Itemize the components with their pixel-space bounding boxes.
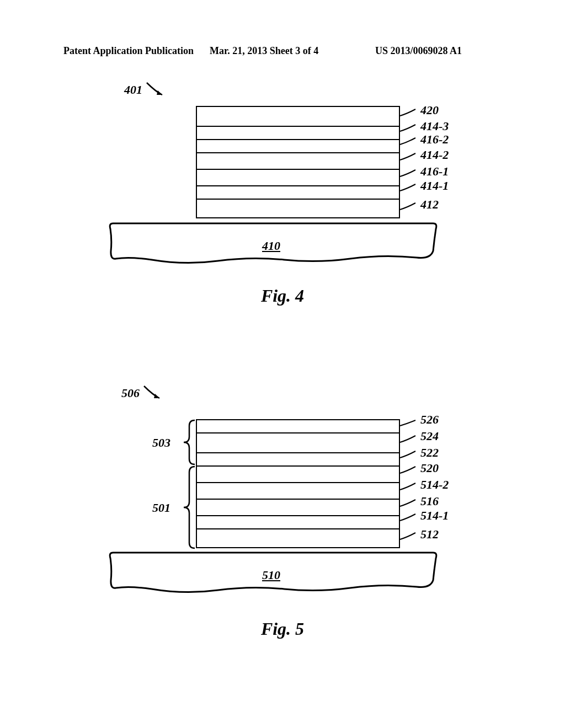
fig5-caption: Fig. 5	[0, 619, 565, 639]
fig5-layer-514-2	[196, 482, 400, 499]
arrow-icon	[143, 385, 165, 402]
fig4-layer-414-2	[196, 152, 400, 169]
label-524: 524	[420, 429, 439, 443]
label-516: 516	[420, 494, 439, 508]
fig5-braces	[179, 419, 196, 552]
ref-506-text: 506	[121, 386, 140, 400]
brace-503: 503	[152, 436, 170, 450]
figure-5: 506 503 501 510	[0, 381, 565, 689]
fig4-layer-416-1	[196, 169, 400, 185]
header-left: Patent Application Publication	[63, 45, 194, 57]
fig4-layer-412	[196, 199, 400, 218]
label-412: 412	[420, 197, 439, 212]
fig5-layer-514-1	[196, 515, 400, 528]
svg-marker-1	[154, 394, 159, 398]
label-514-1: 514-1	[420, 508, 449, 523]
svg-marker-0	[157, 90, 162, 95]
label-514-2: 514-2	[420, 478, 449, 492]
ref-401-text: 401	[124, 83, 142, 97]
fig4-substrate-label: 410	[262, 239, 280, 253]
header-right: US 2013/0069028 A1	[375, 45, 462, 57]
ref-401: 401	[124, 82, 168, 98]
label-522: 522	[420, 446, 439, 460]
fig4-layer-414-1	[196, 185, 400, 199]
fig4-layer-420	[196, 106, 400, 126]
arrow-icon	[146, 82, 168, 98]
label-416-2: 416-2	[420, 132, 449, 147]
label-414-1: 414-1	[420, 179, 449, 193]
fig4-layer-414-3	[196, 126, 400, 139]
label-520: 520	[420, 461, 439, 475]
fig5-substrate-label: 510	[262, 568, 280, 582]
fig5-layer-520	[196, 465, 400, 482]
fig5-layer-524	[196, 432, 400, 452]
figure-4: 401 410 420 414-3 416-2 414-2 416-1 414-…	[0, 77, 565, 336]
brace-501: 501	[152, 501, 170, 515]
fig5-layer-522	[196, 452, 400, 465]
fig5-layer-512	[196, 528, 400, 548]
label-414-3: 414-3	[420, 119, 449, 133]
fig4-layer-416-2	[196, 139, 400, 152]
ref-506: 506	[121, 385, 165, 402]
label-416-1: 416-1	[420, 164, 449, 179]
label-420: 420	[420, 103, 439, 117]
fig4-caption: Fig. 4	[0, 286, 565, 306]
fig5-layer-526	[196, 419, 400, 432]
fig5-stack	[196, 419, 400, 548]
header-center: Mar. 21, 2013 Sheet 3 of 4	[210, 45, 318, 57]
fig5-layer-516	[196, 499, 400, 515]
label-414-2: 414-2	[420, 148, 449, 162]
label-526: 526	[420, 413, 439, 427]
label-512: 512	[420, 527, 439, 542]
fig4-stack	[196, 106, 400, 218]
